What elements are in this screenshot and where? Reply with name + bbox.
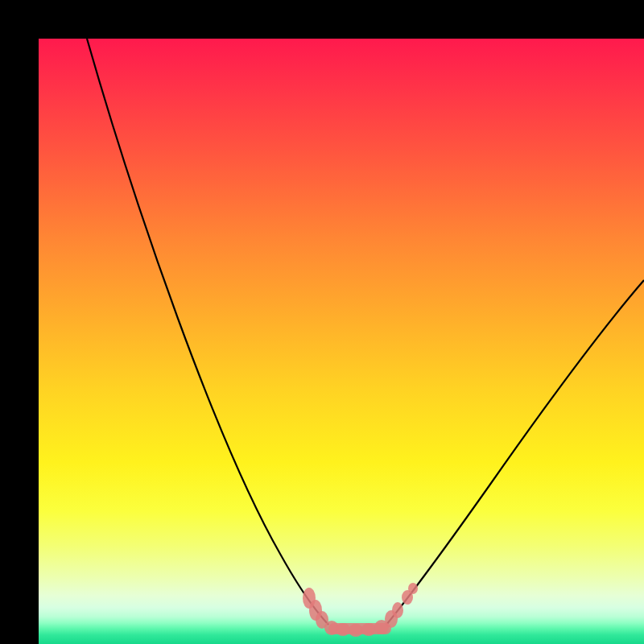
chart-frame — [0, 0, 644, 644]
svg-point-10 — [392, 602, 403, 618]
curve-right-branch — [386, 280, 644, 625]
svg-point-12 — [408, 583, 418, 594]
svg-point-6 — [349, 624, 363, 637]
optimal-zone-markers — [303, 583, 418, 637]
curve-layer — [39, 39, 644, 644]
svg-point-7 — [361, 623, 376, 636]
svg-point-5 — [336, 623, 350, 636]
plot-area — [39, 39, 644, 644]
curve-left-branch — [87, 39, 328, 625]
